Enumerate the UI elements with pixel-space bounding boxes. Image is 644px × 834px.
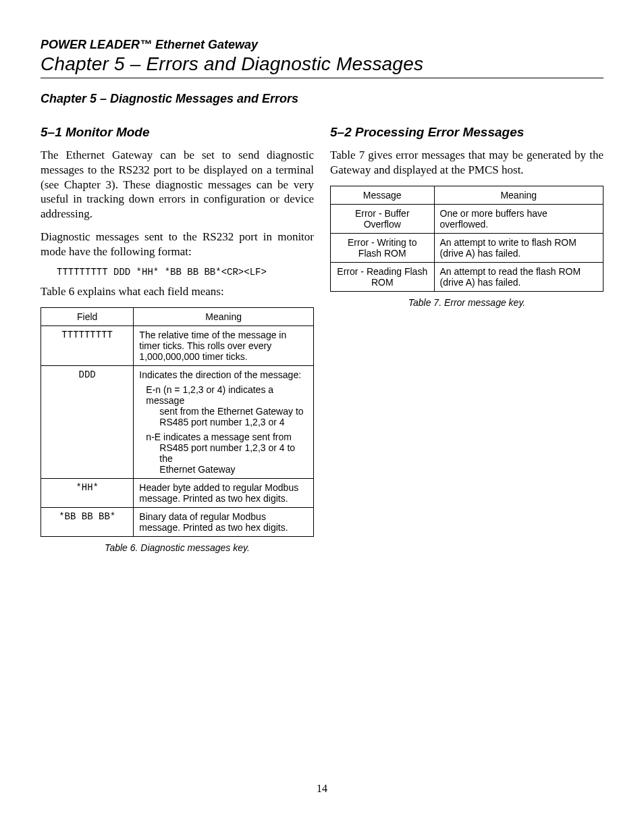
table-cell-meaning: Binary data of regular Modbus message. P… [134, 508, 314, 537]
table-header-row: Message Meaning [331, 186, 603, 204]
table-6-caption: Table 6. Diagnostic messages key. [41, 542, 314, 553]
subchapter-heading: Chapter 5 – Diagnostic Messages and Erro… [41, 92, 603, 106]
paragraph: The Ethernet Gateway can be set to send … [41, 148, 314, 221]
format-example: TTTTTTTTT DDD *HH* *BB BB BB*<CR><LF> [57, 267, 314, 278]
paragraph: Table 7 gives error messages that may be… [330, 148, 603, 178]
table-header-row: Field Meaning [41, 308, 314, 326]
table-cell-meaning: An attempt to write to flash ROM (drive … [434, 233, 603, 262]
chapter-title: Chapter 5 – Errors and Diagnostic Messag… [41, 53, 603, 78]
sub-entry-cont: sent from the Ethernet Gateway to [159, 406, 308, 417]
page-number: 14 [41, 783, 603, 795]
right-column: 5–2 Processing Error Messages Table 7 gi… [330, 125, 603, 553]
table-row: *BB BB BB* Binary data of regular Modbus… [41, 508, 314, 537]
table-row: Error - Writing to Flash ROM An attempt … [331, 233, 603, 262]
section-5-2-heading: 5–2 Processing Error Messages [330, 125, 603, 140]
table-cell-field: TTTTTTTTT [41, 326, 134, 366]
table-cell-field: *HH* [41, 479, 134, 508]
table-row: Error - Buffer Overflow One or more buff… [331, 204, 603, 233]
table-7-caption: Table 7. Error message key. [330, 297, 603, 308]
paragraph: Diagnostic messages sent to the RS232 po… [41, 230, 314, 259]
paragraph: Table 6 explains what each field means: [41, 284, 314, 299]
table-row: *HH* Header byte added to regular Modbus… [41, 479, 314, 508]
table-row: Error - Reading Flash ROM An attempt to … [331, 262, 603, 291]
table-cell-meaning: One or more buffers have overflowed. [434, 204, 603, 233]
sub-entry: n-E indicates a message sent from [146, 432, 308, 442]
sub-entry-cont: RS485 port number 1,2,3 or 4 [159, 417, 308, 427]
table-cell-meaning: An attempt to read the flash ROM (drive … [434, 262, 603, 291]
left-column: 5–1 Monitor Mode The Ethernet Gateway ca… [41, 125, 314, 553]
table-cell-message: Error - Writing to Flash ROM [331, 233, 435, 262]
table-header-cell: Field [41, 308, 134, 326]
section-5-1-heading: 5–1 Monitor Mode [41, 125, 314, 140]
table-cell-field: *BB BB BB* [41, 508, 134, 537]
two-column-layout: 5–1 Monitor Mode The Ethernet Gateway ca… [41, 125, 603, 553]
text: Indicates the direction of the message: [139, 369, 301, 380]
table-row: DDD Indicates the direction of the messa… [41, 366, 314, 479]
table-cell-message: Error - Buffer Overflow [331, 204, 435, 233]
table-7: Message Meaning Error - Buffer Overflow … [330, 186, 603, 292]
table-cell-field: DDD [41, 366, 134, 479]
running-head: POWER LEADER™ Ethernet Gateway [41, 38, 603, 52]
sub-entry-cont: Ethernet Gateway [159, 464, 308, 475]
table-header-cell: Meaning [434, 186, 603, 204]
table-cell-meaning: Header byte added to regular Modbus mess… [134, 479, 314, 508]
sub-entry: E-n (n = 1,2,3 or 4) indicates a message [146, 384, 308, 406]
table-cell-meaning: Indicates the direction of the message: … [134, 366, 314, 479]
sub-entry-cont: RS485 port number 1,2,3 or 4 to the [159, 442, 308, 464]
table-cell-meaning: The relative time of the message in time… [134, 326, 314, 366]
table-cell-message: Error - Reading Flash ROM [331, 262, 435, 291]
table-header-cell: Meaning [134, 308, 314, 326]
table-row: TTTTTTTTT The relative time of the messa… [41, 326, 314, 366]
table-header-cell: Message [331, 186, 435, 204]
table-6: Field Meaning TTTTTTTTT The relative tim… [41, 307, 314, 537]
